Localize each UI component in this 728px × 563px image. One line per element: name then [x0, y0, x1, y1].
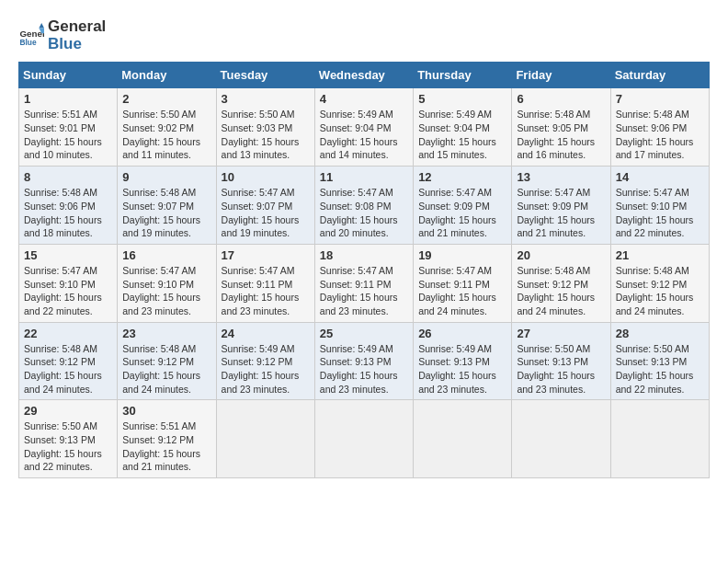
day-info: Sunrise: 5:50 AMSunset: 9:13 PMDaylight:…	[616, 342, 704, 396]
calendar-day-header: Sunday	[19, 63, 118, 88]
day-number: 20	[517, 248, 605, 262]
calendar-cell: 13Sunrise: 5:47 AMSunset: 9:09 PMDayligh…	[512, 167, 610, 245]
day-number: 17	[222, 248, 310, 262]
calendar-cell: 16Sunrise: 5:47 AMSunset: 9:10 PMDayligh…	[118, 244, 216, 322]
day-number: 19	[418, 248, 506, 262]
calendar-cell: 28Sunrise: 5:50 AMSunset: 9:13 PMDayligh…	[610, 322, 709, 400]
logo-blue: Blue	[48, 36, 106, 53]
day-info: Sunrise: 5:47 AMSunset: 9:10 PMDaylight:…	[616, 186, 704, 240]
calendar-cell: 10Sunrise: 5:47 AMSunset: 9:07 PMDayligh…	[216, 167, 314, 245]
day-number: 9	[122, 170, 210, 184]
calendar-week-row: 8Sunrise: 5:48 AMSunset: 9:06 PMDaylight…	[19, 167, 710, 245]
logo-general: General	[48, 18, 106, 36]
calendar-cell: 14Sunrise: 5:47 AMSunset: 9:10 PMDayligh…	[610, 167, 709, 245]
day-info: Sunrise: 5:49 AMSunset: 9:04 PMDaylight:…	[320, 108, 408, 162]
day-number: 18	[320, 248, 408, 262]
calendar-cell	[610, 400, 709, 478]
logo-icon: General Blue	[18, 23, 44, 49]
day-number: 3	[222, 92, 310, 106]
day-number: 6	[517, 92, 605, 106]
day-info: Sunrise: 5:49 AMSunset: 9:04 PMDaylight:…	[418, 108, 506, 162]
day-number: 26	[418, 327, 506, 340]
day-number: 10	[222, 170, 310, 184]
day-number: 15	[24, 248, 112, 262]
day-number: 5	[418, 92, 506, 106]
day-number: 27	[517, 327, 605, 340]
day-info: Sunrise: 5:48 AMSunset: 9:07 PMDaylight:…	[122, 186, 210, 240]
calendar-cell	[314, 400, 413, 478]
day-info: Sunrise: 5:47 AMSunset: 9:11 PMDaylight:…	[418, 264, 506, 318]
logo: General Blue General Blue	[18, 18, 106, 52]
calendar-cell: 17Sunrise: 5:47 AMSunset: 9:11 PMDayligh…	[216, 244, 314, 322]
day-info: Sunrise: 5:47 AMSunset: 9:10 PMDaylight:…	[122, 264, 210, 318]
calendar-cell: 15Sunrise: 5:47 AMSunset: 9:10 PMDayligh…	[19, 244, 118, 322]
day-info: Sunrise: 5:49 AMSunset: 9:13 PMDaylight:…	[320, 342, 408, 396]
calendar-cell: 29Sunrise: 5:50 AMSunset: 9:13 PMDayligh…	[19, 400, 118, 478]
calendar-cell: 23Sunrise: 5:48 AMSunset: 9:12 PMDayligh…	[118, 322, 216, 400]
calendar-cell: 5Sunrise: 5:49 AMSunset: 9:04 PMDaylight…	[414, 88, 512, 167]
day-info: Sunrise: 5:50 AMSunset: 9:02 PMDaylight:…	[122, 108, 210, 162]
calendar-cell	[512, 400, 610, 478]
calendar-cell	[414, 400, 512, 478]
day-number: 25	[320, 327, 408, 340]
calendar-cell: 3Sunrise: 5:50 AMSunset: 9:03 PMDaylight…	[216, 88, 314, 167]
day-info: Sunrise: 5:47 AMSunset: 9:10 PMDaylight:…	[24, 264, 112, 318]
calendar-header-row: SundayMondayTuesdayWednesdayThursdayFrid…	[19, 63, 710, 88]
day-info: Sunrise: 5:49 AMSunset: 9:12 PMDaylight:…	[222, 342, 310, 396]
calendar-cell: 6Sunrise: 5:48 AMSunset: 9:05 PMDaylight…	[512, 88, 610, 167]
day-info: Sunrise: 5:48 AMSunset: 9:06 PMDaylight:…	[24, 186, 112, 240]
day-info: Sunrise: 5:47 AMSunset: 9:11 PMDaylight:…	[320, 264, 408, 318]
day-info: Sunrise: 5:49 AMSunset: 9:13 PMDaylight:…	[418, 342, 506, 396]
calendar-cell: 20Sunrise: 5:48 AMSunset: 9:12 PMDayligh…	[512, 244, 610, 322]
svg-text:Blue: Blue	[19, 37, 36, 46]
calendar-cell: 18Sunrise: 5:47 AMSunset: 9:11 PMDayligh…	[314, 244, 413, 322]
day-info: Sunrise: 5:48 AMSunset: 9:05 PMDaylight:…	[517, 108, 605, 162]
day-info: Sunrise: 5:48 AMSunset: 9:12 PMDaylight:…	[24, 342, 112, 396]
day-number: 29	[24, 404, 112, 418]
day-info: Sunrise: 5:51 AMSunset: 9:12 PMDaylight:…	[122, 419, 210, 474]
calendar-cell: 19Sunrise: 5:47 AMSunset: 9:11 PMDayligh…	[414, 244, 512, 322]
day-info: Sunrise: 5:50 AMSunset: 9:03 PMDaylight:…	[222, 108, 310, 162]
day-info: Sunrise: 5:47 AMSunset: 9:09 PMDaylight:…	[418, 186, 506, 240]
day-number: 24	[222, 327, 310, 340]
day-number: 1	[24, 92, 112, 106]
day-number: 14	[616, 170, 704, 184]
day-number: 22	[24, 327, 112, 340]
calendar-day-header: Saturday	[610, 63, 709, 88]
day-info: Sunrise: 5:48 AMSunset: 9:06 PMDaylight:…	[616, 108, 704, 162]
day-number: 2	[122, 92, 210, 106]
calendar-day-header: Friday	[512, 63, 610, 88]
calendar-day-header: Monday	[118, 63, 216, 88]
day-info: Sunrise: 5:50 AMSunset: 9:13 PMDaylight:…	[24, 419, 112, 474]
page-header: General Blue General Blue	[18, 18, 710, 52]
day-number: 8	[24, 170, 112, 184]
day-info: Sunrise: 5:51 AMSunset: 9:01 PMDaylight:…	[24, 108, 112, 162]
calendar-cell: 2Sunrise: 5:50 AMSunset: 9:02 PMDaylight…	[118, 88, 216, 167]
day-info: Sunrise: 5:47 AMSunset: 9:11 PMDaylight:…	[222, 264, 310, 318]
calendar-cell: 22Sunrise: 5:48 AMSunset: 9:12 PMDayligh…	[19, 322, 118, 400]
calendar-week-row: 1Sunrise: 5:51 AMSunset: 9:01 PMDaylight…	[19, 88, 710, 167]
calendar-cell: 25Sunrise: 5:49 AMSunset: 9:13 PMDayligh…	[314, 322, 413, 400]
calendar-cell: 8Sunrise: 5:48 AMSunset: 9:06 PMDaylight…	[19, 167, 118, 245]
calendar-day-header: Thursday	[414, 63, 512, 88]
calendar-cell: 24Sunrise: 5:49 AMSunset: 9:12 PMDayligh…	[216, 322, 314, 400]
calendar-day-header: Tuesday	[216, 63, 314, 88]
day-number: 21	[616, 248, 704, 262]
day-number: 11	[320, 170, 408, 184]
calendar-cell	[216, 400, 314, 478]
day-number: 12	[418, 170, 506, 184]
calendar-cell: 4Sunrise: 5:49 AMSunset: 9:04 PMDaylight…	[314, 88, 413, 167]
day-info: Sunrise: 5:48 AMSunset: 9:12 PMDaylight:…	[517, 264, 605, 318]
calendar-week-row: 29Sunrise: 5:50 AMSunset: 9:13 PMDayligh…	[19, 400, 710, 478]
calendar-cell: 1Sunrise: 5:51 AMSunset: 9:01 PMDaylight…	[19, 88, 118, 167]
day-number: 28	[616, 327, 704, 340]
day-number: 16	[122, 248, 210, 262]
day-info: Sunrise: 5:50 AMSunset: 9:13 PMDaylight:…	[517, 342, 605, 396]
calendar-cell: 7Sunrise: 5:48 AMSunset: 9:06 PMDaylight…	[610, 88, 709, 167]
calendar-cell: 27Sunrise: 5:50 AMSunset: 9:13 PMDayligh…	[512, 322, 610, 400]
calendar-week-row: 15Sunrise: 5:47 AMSunset: 9:10 PMDayligh…	[19, 244, 710, 322]
day-info: Sunrise: 5:48 AMSunset: 9:12 PMDaylight:…	[616, 264, 704, 318]
day-number: 23	[122, 327, 210, 340]
day-number: 4	[320, 92, 408, 106]
calendar-day-header: Wednesday	[314, 63, 413, 88]
